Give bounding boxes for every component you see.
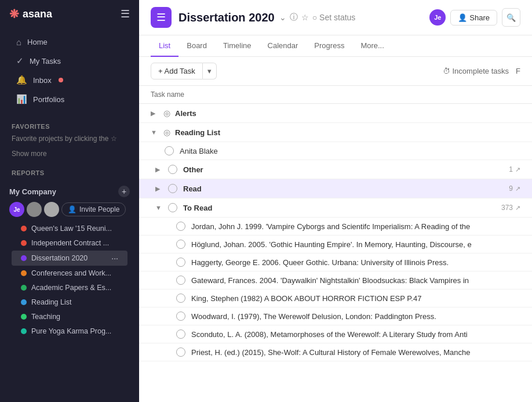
info-icon[interactable]: ⓘ — [290, 12, 298, 23]
chevron-down-icon[interactable]: ⌄ — [279, 13, 286, 22]
sidebar-item-academic-papers[interactable]: Academic Papers & Es... — [12, 281, 127, 295]
to-read-subtask-icon: ↗ — [515, 204, 520, 212]
portfolios-icon: 📊 — [16, 94, 27, 104]
sidebar-item-independent-contract[interactable]: Independent Contract ... — [12, 236, 127, 250]
tab-calendar[interactable]: Calendar — [260, 35, 307, 57]
task-row[interactable]: Anita Blake — [139, 142, 532, 160]
task-row[interactable]: Priest, H. (ed.) (2015), She-Wolf: A Cul… — [139, 343, 532, 361]
task-row[interactable]: Sconduto, L. A. (2008), Metamorphoses of… — [139, 325, 532, 343]
project-name-dissertation: Dissertation 2020 — [31, 254, 107, 262]
incomplete-tasks-filter[interactable]: ⏱ Incomplete tasks — [443, 67, 509, 75]
tab-list[interactable]: List — [151, 35, 178, 57]
task-row[interactable]: Woodward, I. (1979), The Werewolf Delusi… — [139, 307, 532, 325]
sidebar-item-dissertation-2020[interactable]: Dissertation 2020 ··· — [12, 251, 127, 266]
to-read-section-name: To Read — [183, 204, 498, 212]
asana-logo-icon: ❋ — [9, 7, 19, 21]
bell-icon: 🔔 — [16, 75, 27, 85]
tab-more[interactable]: More... — [352, 35, 392, 57]
favorites-section-header: Favorites — [0, 114, 139, 132]
read-count: 9 — [509, 184, 513, 193]
read-section-name: Read — [183, 184, 505, 193]
filter-button[interactable]: F — [516, 67, 520, 75]
sidebar-toggle-button[interactable]: ☰ — [121, 8, 130, 20]
task-row[interactable]: King, Stephen (1982) A BOOK ABOUT HORROR… — [139, 289, 532, 307]
header-right: Je 👤 Share 🔍 — [429, 8, 520, 27]
star-icon[interactable]: ☆ — [301, 13, 309, 22]
task-check-to-read[interactable] — [168, 203, 177, 212]
task-check-other[interactable] — [168, 165, 177, 174]
sub-section-read[interactable]: ▶ Read 9 ↗ — [139, 179, 532, 198]
task-check-t1[interactable] — [176, 222, 185, 231]
task-row[interactable]: Gateward, Frances. 2004. 'Daywalkin' Nig… — [139, 271, 532, 289]
search-button[interactable]: 🔍 — [502, 8, 520, 27]
add-task-dropdown-button[interactable]: ▾ — [203, 63, 217, 79]
sidebar-item-inbox-label: Inbox — [33, 76, 52, 85]
add-task-button[interactable]: + Add Task — [151, 63, 203, 79]
task-text-t4: Gateward, Frances. 2004. 'Daywalkin' Nig… — [191, 276, 520, 285]
project-more-options-icon[interactable]: ··· — [111, 253, 118, 263]
workspace-section: My Company + Je 👤 Invite People Queen's … — [0, 179, 139, 343]
other-subtask-icon: ↗ — [515, 166, 520, 173]
project-icon: ☰ — [151, 7, 172, 28]
task-row[interactable]: Höglund, Johan. 2005. 'Gothic Haunting E… — [139, 236, 532, 253]
sidebar-item-home[interactable]: ⌂ Home — [5, 33, 134, 51]
project-name-queens-law: Queen's Law '15 Reuni... — [31, 224, 118, 233]
title-actions: ⌄ ⓘ ☆ ○ Set status — [279, 12, 356, 23]
task-row[interactable]: Jordan, John J. 1999. 'Vampire Cyborgs a… — [139, 218, 532, 236]
add-project-button[interactable]: + — [118, 186, 130, 197]
sub-section-other[interactable]: ▶ Other 1 ↗ — [139, 160, 532, 179]
reading-list-section-name: Reading List — [175, 128, 520, 137]
tab-calendar-label: Calendar — [268, 41, 298, 50]
project-name-conferences: Conferences and Work... — [31, 269, 118, 277]
project-name-pure-yoga: Pure Yoga Karma Prog... — [31, 327, 118, 335]
section-alerts[interactable]: ▶ ◎ Alerts — [139, 104, 532, 123]
alerts-check-icon: ◎ — [163, 108, 170, 118]
sidebar-item-pure-yoga[interactable]: Pure Yoga Karma Prog... — [12, 324, 127, 338]
avatar-3 — [44, 202, 59, 217]
show-more-button[interactable]: Show more — [0, 147, 139, 160]
task-check-t2[interactable] — [176, 240, 185, 249]
search-icon: 🔍 — [507, 13, 516, 22]
sidebar-item-teaching[interactable]: Teaching — [12, 310, 127, 324]
reports-section-header: Reports — [0, 160, 139, 179]
task-check-t5[interactable] — [176, 294, 185, 303]
sidebar-item-conferences[interactable]: Conferences and Work... — [12, 266, 127, 280]
set-status-button[interactable]: ○ Set status — [312, 13, 356, 22]
tab-progress[interactable]: Progress — [306, 35, 352, 57]
task-check-t6[interactable] — [176, 312, 185, 321]
status-dot-icon: ○ — [312, 13, 317, 22]
invite-people-button[interactable]: 👤 Invite People — [61, 202, 126, 216]
project-dot-conferences — [21, 270, 27, 276]
sidebar-item-queens-law[interactable]: Queen's Law '15 Reuni... — [12, 222, 127, 236]
tab-board-label: Board — [187, 41, 207, 50]
project-dot-teaching — [21, 314, 27, 320]
read-subtask-icon: ↗ — [515, 185, 520, 193]
sub-section-to-read[interactable]: ▼ To Read 373 ↗ — [139, 198, 532, 218]
share-button[interactable]: 👤 Share — [450, 10, 497, 26]
other-count: 1 — [509, 165, 513, 173]
sidebar-item-portfolios[interactable]: 📊 Portfolios — [5, 90, 134, 108]
task-row[interactable]: Haggerty, George E. 2006. Queer Gothic. … — [139, 253, 532, 271]
other-chevron-icon: ▶ — [155, 166, 165, 173]
tab-list-label: List — [159, 41, 170, 50]
avatar-2 — [27, 202, 42, 217]
section-reading-list[interactable]: ▼ ◎ Reading List — [139, 123, 532, 142]
task-check-t7[interactable] — [176, 329, 185, 339]
task-text-t5: King, Stephen (1982) A BOOK ABOUT HORROR… — [191, 294, 520, 303]
task-check-read[interactable] — [168, 184, 177, 193]
task-check-t8[interactable] — [176, 347, 185, 357]
task-check-t3[interactable] — [176, 258, 185, 267]
sidebar-item-inbox[interactable]: 🔔 Inbox — [5, 71, 134, 89]
sidebar-item-my-tasks[interactable]: ✓ My Tasks — [5, 52, 134, 70]
task-text-t6: Woodward, I. (1979), The Werewolf Delusi… — [191, 312, 520, 321]
task-toolbar: + Add Task ▾ ⏱ Incomplete tasks F — [139, 57, 532, 86]
task-check-anita[interactable] — [165, 146, 174, 155]
tab-board[interactable]: Board — [178, 35, 215, 57]
task-text-anita: Anita Blake — [180, 147, 520, 155]
task-text-t3: Haggerty, George E. 2006. Queer Gothic. … — [191, 258, 520, 267]
reading-list-chevron-icon: ▼ — [151, 129, 160, 136]
tab-timeline[interactable]: Timeline — [215, 35, 260, 57]
task-check-t4[interactable] — [176, 276, 185, 285]
sidebar-item-home-label: Home — [27, 38, 48, 46]
sidebar-item-reading-list[interactable]: Reading List — [12, 295, 127, 309]
